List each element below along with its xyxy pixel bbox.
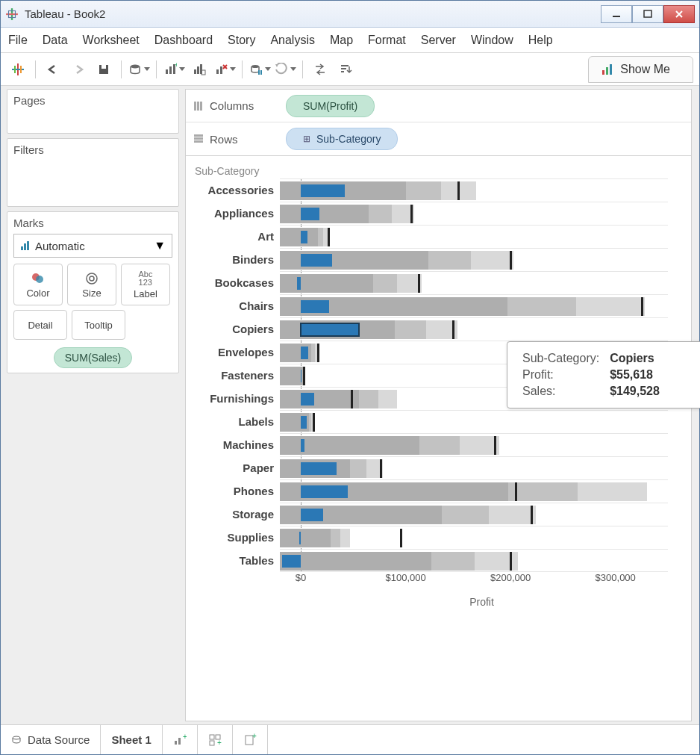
auto-update-button[interactable] [249, 58, 271, 81]
data-source-tab[interactable]: Data Source [1, 725, 101, 754]
bar-row[interactable] [280, 248, 668, 271]
logo-icon[interactable] [7, 58, 29, 81]
rows-pill[interactable]: Sub-Category [286, 128, 398, 150]
bar-row[interactable] [280, 410, 668, 433]
pages-panel[interactable]: Pages [7, 89, 179, 134]
menu-format[interactable]: Format [368, 34, 406, 47]
tooltip-val-subcat: Copiers [605, 351, 664, 366]
tooltip-card[interactable]: Tooltip [72, 310, 125, 340]
svg-rect-25 [341, 65, 349, 66]
redo-button[interactable] [67, 58, 90, 81]
x-tick: $100,000 [386, 572, 426, 583]
tooltip: Sub-Category:Copiers Profit:$55,618 Sale… [507, 341, 700, 408]
row-label: Tables [190, 549, 280, 572]
detail-label: Detail [28, 320, 52, 331]
row-label: Paper [190, 456, 280, 479]
bar-row[interactable] [280, 503, 668, 526]
toolbar: + Show Me [1, 53, 699, 86]
row-label: Envelopes [190, 341, 280, 364]
svg-rect-24 [260, 70, 262, 75]
clear-button[interactable] [213, 58, 236, 81]
detail-card[interactable]: Detail [13, 310, 67, 340]
new-worksheet-tab[interactable]: + [163, 725, 198, 754]
undo-button[interactable] [42, 58, 64, 81]
show-me-icon [601, 63, 614, 76]
save-button[interactable] [93, 58, 115, 81]
columns-shelf[interactable]: Columns SUM(Profit) [186, 90, 691, 122]
size-icon [84, 271, 99, 286]
menu-window[interactable]: Window [471, 34, 513, 47]
bar-row[interactable] [280, 178, 668, 202]
close-button[interactable] [663, 5, 695, 23]
svg-rect-50 [210, 741, 214, 745]
svg-point-11 [131, 64, 140, 68]
color-label: Color [26, 288, 49, 299]
color-card[interactable]: Color [13, 264, 63, 305]
menu-help[interactable]: Help [528, 34, 553, 47]
run-button[interactable] [274, 58, 296, 81]
marks-pill-sum-sales[interactable]: SUM(Sales) [54, 347, 132, 368]
row-label: Phones [190, 479, 280, 503]
columns-pill[interactable]: SUM(Profit) [286, 95, 375, 117]
bar-row[interactable] [280, 271, 668, 294]
minimize-button[interactable] [601, 5, 632, 23]
svg-rect-7 [14, 66, 16, 73]
svg-point-37 [90, 276, 94, 281]
new-worksheet-button[interactable]: + [163, 58, 185, 81]
mark-type-select[interactable]: Automatic ▼ [13, 234, 172, 258]
data-source-button[interactable] [128, 58, 150, 81]
svg-rect-33 [27, 241, 29, 250]
svg-point-44 [13, 736, 20, 739]
new-story-tab[interactable]: + [233, 725, 268, 754]
bar-row[interactable] [280, 479, 668, 503]
sort-asc-button[interactable] [334, 58, 357, 81]
menu-map[interactable]: Map [330, 34, 353, 47]
bar-row[interactable] [280, 526, 668, 549]
svg-rect-20 [216, 69, 219, 74]
bar-row[interactable] [280, 225, 668, 248]
bar-row[interactable] [280, 549, 668, 572]
menu-data[interactable]: Data [43, 34, 68, 47]
svg-rect-46 [178, 738, 181, 745]
row-label: Art [190, 225, 280, 248]
titlebar[interactable]: Tableau - Book2 [1, 1, 699, 28]
svg-rect-27 [341, 71, 344, 72]
data-source-label: Data Source [28, 733, 90, 746]
pages-title: Pages [13, 94, 172, 107]
bar-row[interactable] [280, 456, 668, 479]
duplicate-button[interactable] [188, 58, 210, 81]
bar-row[interactable] [280, 317, 668, 341]
svg-rect-3 [613, 16, 620, 17]
menu-server[interactable]: Server [421, 34, 456, 47]
svg-rect-48 [210, 735, 214, 739]
maximize-button[interactable] [632, 5, 663, 23]
menu-analysis[interactable]: Analysis [270, 34, 315, 47]
filters-panel[interactable]: Filters [7, 138, 179, 207]
new-dashboard-tab[interactable]: + [198, 725, 233, 754]
svg-rect-26 [341, 68, 346, 69]
rows-icon [193, 134, 204, 144]
chart-area[interactable]: Sub-Category AccessoriesAppliancesArtBin… [185, 156, 692, 721]
x-tick: $200,000 [490, 572, 531, 583]
svg-rect-17 [197, 66, 199, 74]
menu-worksheet[interactable]: Worksheet [83, 34, 140, 47]
menu-file[interactable]: File [8, 34, 28, 47]
row-label: Bookcases [190, 271, 280, 294]
bar-row[interactable] [280, 433, 668, 456]
bar-row[interactable] [280, 294, 668, 317]
show-me-button[interactable]: Show Me [588, 56, 693, 83]
swap-button[interactable] [309, 58, 331, 81]
rows-shelf[interactable]: Rows Sub-Category [186, 122, 691, 155]
menu-story[interactable]: Story [228, 34, 255, 47]
menu-dashboard[interactable]: Dashboard [154, 34, 213, 47]
sheet-tab[interactable]: Sheet 1 [101, 725, 162, 754]
row-label: Chairs [190, 294, 280, 317]
svg-point-36 [87, 273, 97, 284]
size-card[interactable]: Size [67, 264, 116, 305]
svg-text:+: + [183, 733, 187, 741]
bar-row[interactable] [280, 202, 668, 225]
svg-rect-42 [194, 137, 203, 140]
label-card[interactable]: Abc123 Label [121, 264, 170, 305]
app-window: Tableau - Book2 File Data Worksheet Dash… [0, 0, 700, 755]
tooltip-key-profit: Profit: [518, 367, 604, 382]
